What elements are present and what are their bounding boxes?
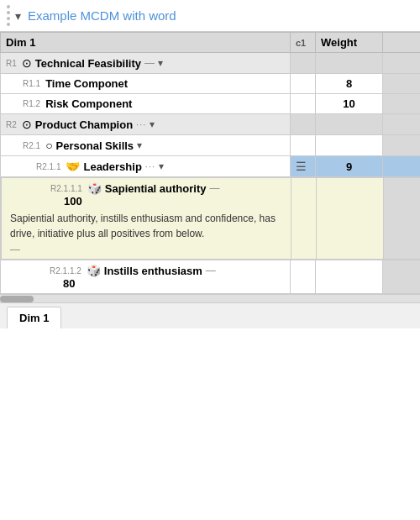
r12-text: Risk Component xyxy=(45,97,132,110)
horizontal-scrollbar[interactable] xyxy=(0,294,420,302)
r21-text: Personal Skills xyxy=(56,139,134,152)
r2-chevron[interactable]: ▾ xyxy=(150,118,155,130)
r2112-text: Instills enthusiasm xyxy=(104,265,202,277)
r2-id: R2 xyxy=(6,120,17,129)
r12-extra xyxy=(383,94,421,114)
r2111-label: R2.1.1.1 🎲 Sapiential authority — xyxy=(7,181,286,195)
table-row: R2.1.1.1 🎲 Sapiential authority — 100 Sa… xyxy=(1,177,421,260)
drag-handle xyxy=(7,5,10,26)
table-container: Dim 1 c1 Weight R1 ⊙ Technical Feasibili… xyxy=(0,32,420,294)
r2111-header-row: R2.1.1.1 🎲 Sapiential authority — 100 Sa… xyxy=(2,178,421,260)
r1-text: Technical Feasibility xyxy=(35,57,141,70)
r2112-minus[interactable]: — xyxy=(206,265,216,276)
r2111-weight-cell xyxy=(317,178,384,260)
r2111-label-cell: R2.1.1.1 🎲 Sapiential authority — 100 Sa… xyxy=(2,178,291,260)
r2112-extra xyxy=(383,260,421,294)
r211-weight: 9 xyxy=(316,156,383,177)
r211-ellipsis[interactable]: ··· xyxy=(145,161,155,171)
r21-c1 xyxy=(291,135,316,156)
table-row: R1.1 Time Componet 8 xyxy=(1,74,421,94)
r21-id: R2.1 xyxy=(23,141,40,150)
r2-icon: ⊙ xyxy=(22,118,32,131)
r2111-id: R2.1.1.1 xyxy=(50,184,82,193)
r11-c1 xyxy=(291,74,316,94)
col-c1-header: c1 xyxy=(291,33,316,53)
r12-id: R1.2 xyxy=(23,99,40,108)
footer: Dim 1 xyxy=(0,302,420,328)
r2111-desc-minus[interactable]: — xyxy=(10,244,20,255)
r12-label-cell: R1.2 Risk Component xyxy=(1,94,291,114)
r1-id: R1 xyxy=(6,59,17,68)
r2-weight xyxy=(316,114,383,135)
r2111-text: Sapiential authority xyxy=(105,182,207,195)
r2112-id: R2.1.1.2 xyxy=(50,266,81,276)
r1-icon: ⊙ xyxy=(22,56,32,70)
r1-extra xyxy=(383,53,421,74)
r2-label-cell: R2 ⊙ Product Champion ··· ▾ xyxy=(1,114,291,135)
r2112-label: R2.1.1.2 🎲 Instills enthusiasm — xyxy=(6,264,285,277)
r1-minus[interactable]: — xyxy=(144,57,155,69)
r211-icon: 🤝 xyxy=(66,160,80,173)
r2112-label-cell: R2.1.1.2 🎲 Instills enthusiasm — 80 xyxy=(1,260,291,294)
r21-chevron[interactable]: ▾ xyxy=(137,139,142,151)
table-row: R1 ⊙ Technical Feasibility — ▾ xyxy=(1,53,421,74)
r2112-c1 xyxy=(291,260,316,294)
footer-tab[interactable]: Dim 1 xyxy=(7,307,61,328)
column-header-row: Dim 1 c1 Weight xyxy=(1,33,421,53)
r1-label: R1 ⊙ Technical Feasibility — ▾ xyxy=(6,56,285,70)
r2111-c1 xyxy=(291,178,317,260)
r2111-expanded-cell: R2.1.1.1 🎲 Sapiential authority — 100 Sa… xyxy=(1,177,421,260)
r211-chevron[interactable]: ▾ xyxy=(159,160,164,172)
r2-text: Product Champion xyxy=(35,118,133,131)
table-row: R2.1.1.2 🎲 Instills enthusiasm — 80 xyxy=(1,260,421,294)
r21-label-cell: R2.1 ○ Personal Skills ▾ xyxy=(1,135,291,156)
r12-weight: 10 xyxy=(316,94,383,114)
r211-text: Leadership xyxy=(83,160,141,173)
col-dim1-header: Dim 1 xyxy=(1,33,291,53)
r211-extra xyxy=(383,156,421,177)
table-row: R1.2 Risk Component 10 xyxy=(1,94,421,114)
r21-extra xyxy=(383,135,421,156)
r21-weight xyxy=(316,135,383,156)
col-extra-header xyxy=(383,33,421,53)
r1-weight xyxy=(316,53,383,74)
r2-c1 xyxy=(291,114,316,135)
r2112-icon: 🎲 xyxy=(87,264,101,277)
table-row: R2.1.1 🤝 Leadership ··· ▾ ☰ 9 xyxy=(1,156,421,177)
r211-label-cell: R2.1.1 🤝 Leadership ··· ▾ xyxy=(1,156,291,177)
r2112-weight xyxy=(316,260,383,294)
r11-label: R1.1 Time Componet xyxy=(6,77,285,90)
scrollbar-thumb[interactable] xyxy=(0,296,34,302)
r2111-minus[interactable]: — xyxy=(209,182,219,194)
r2-extra xyxy=(383,114,421,135)
r1-chevron[interactable]: ▾ xyxy=(158,57,163,69)
r2111-icon: 🎲 xyxy=(87,181,102,195)
header: ▾ Example MCDM with word xyxy=(0,0,420,32)
r1-c1 xyxy=(291,53,316,74)
r2111-weight-inline: 100 xyxy=(7,195,286,207)
r2-label: R2 ⊙ Product Champion ··· ▾ xyxy=(6,118,285,131)
table-row: R2.1 ○ Personal Skills ▾ xyxy=(1,135,421,156)
r211-hamburger-icon[interactable]: ☰ xyxy=(296,160,307,173)
r1-label-cell: R1 ⊙ Technical Feasibility — ▾ xyxy=(1,53,291,74)
r11-extra xyxy=(383,74,421,94)
r12-label: R1.2 Risk Component xyxy=(6,97,285,110)
table-row: R2 ⊙ Product Champion ··· ▾ xyxy=(1,114,421,135)
col-weight-header: Weight xyxy=(316,33,383,53)
r211-label: R2.1.1 🤝 Leadership ··· ▾ xyxy=(6,160,285,173)
r2111-description: Sapiential authority, instills enthusias… xyxy=(7,211,286,241)
r21-icon: ○ xyxy=(45,139,52,152)
header-chevron[interactable]: ▾ xyxy=(15,9,21,23)
r11-label-cell: R1.1 Time Componet xyxy=(1,74,291,94)
main-table: Dim 1 c1 Weight R1 ⊙ Technical Feasibili… xyxy=(0,32,420,294)
r11-text: Time Componet xyxy=(45,77,128,90)
r11-weight: 8 xyxy=(316,74,383,94)
r211-hamburger-cell[interactable]: ☰ xyxy=(291,156,316,177)
r211-id: R2.1.1 xyxy=(36,162,60,171)
r12-c1 xyxy=(291,94,316,114)
r11-id: R1.1 xyxy=(23,79,40,88)
header-title: Example MCDM with word xyxy=(28,8,176,23)
r21-label: R2.1 ○ Personal Skills ▾ xyxy=(6,139,285,152)
r2-ellipsis[interactable]: ··· xyxy=(136,119,146,129)
r2111-extra xyxy=(384,178,421,260)
